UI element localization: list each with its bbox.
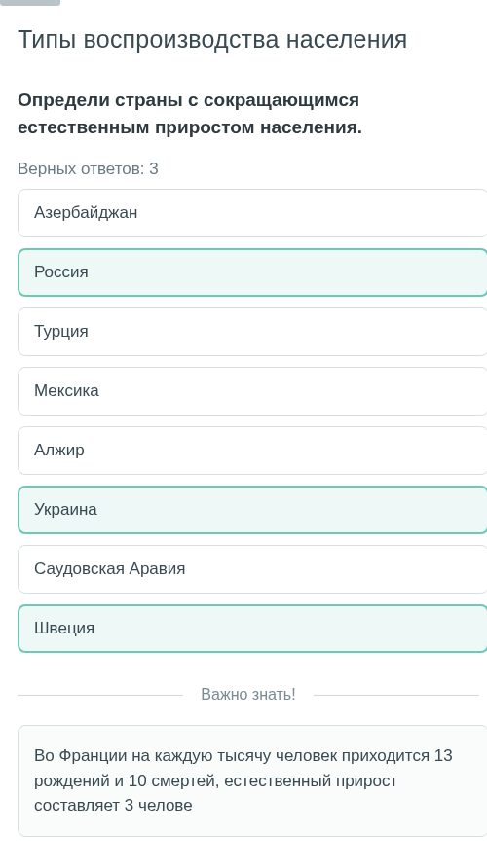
- option-item[interactable]: Швеция: [18, 604, 487, 653]
- option-item[interactable]: Мексика: [18, 367, 487, 416]
- page-content: Типы воспроизводства населения Определи …: [0, 6, 487, 837]
- page-title: Типы воспроизводства населения: [18, 25, 487, 54]
- info-text: Во Франции на каждую тысячу человек прих…: [34, 746, 453, 814]
- info-divider: Важно знать!: [18, 686, 487, 704]
- option-label: Саудовская Аравия: [34, 560, 186, 578]
- divider-line-left: [18, 695, 183, 696]
- option-label: Швеция: [34, 619, 94, 637]
- option-item[interactable]: Украина: [18, 486, 487, 534]
- correct-answers-count: Верных ответов: 3: [18, 160, 487, 179]
- question-text: Определи страны с сокращающимся естестве…: [18, 87, 487, 140]
- option-label: Украина: [34, 500, 97, 519]
- option-label: Мексика: [34, 381, 99, 400]
- option-item[interactable]: Россия: [18, 248, 487, 297]
- option-label: Россия: [34, 263, 89, 281]
- option-label: Турция: [34, 322, 89, 341]
- option-item[interactable]: Турция: [18, 307, 487, 356]
- option-item[interactable]: Алжир: [18, 426, 487, 475]
- option-item[interactable]: Азербайджан: [18, 189, 487, 237]
- divider-label: Важно знать!: [183, 686, 313, 704]
- divider-line-right: [314, 695, 479, 696]
- option-label: Азербайджан: [34, 203, 137, 222]
- options-list: Азербайджан Россия Турция Мексика Алжир …: [18, 189, 487, 653]
- info-box: Во Франции на каждую тысячу человек прих…: [18, 725, 487, 837]
- option-label: Алжир: [34, 441, 85, 459]
- option-item[interactable]: Саудовская Аравия: [18, 545, 487, 594]
